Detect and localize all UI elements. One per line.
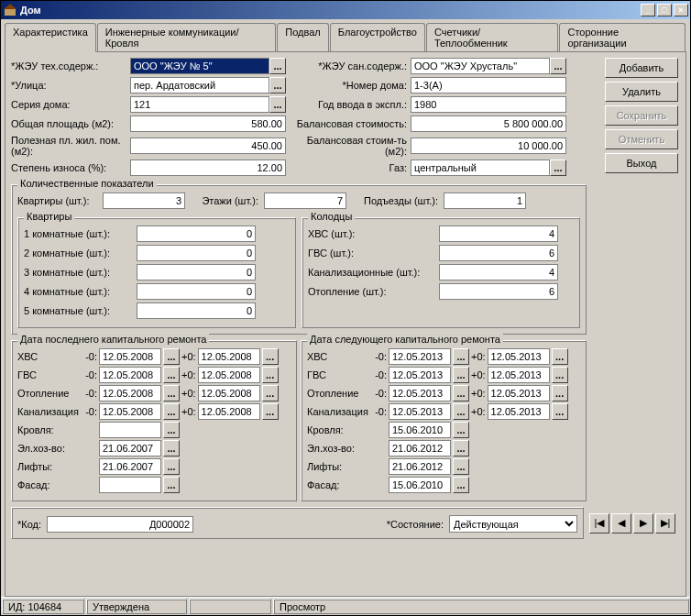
last_repair-lift-pick[interactable]: ...: [163, 458, 180, 475]
last_repair-sew-pick1[interactable]: ...: [163, 403, 180, 420]
last_repair-sew-pick2[interactable]: ...: [262, 403, 279, 420]
house-input[interactable]: [411, 77, 566, 94]
apt1-input[interactable]: [137, 226, 256, 242]
exit-button[interactable]: Выход: [605, 153, 678, 173]
last_repair-gvs-pick2[interactable]: ...: [262, 367, 279, 383]
nav-last-button[interactable]: ▶|: [655, 513, 675, 534]
next_repair-heat-pick1[interactable]: ...: [453, 385, 469, 402]
next_repair-gvs-date2[interactable]: [488, 367, 550, 383]
tab-characteristics[interactable]: Характеристика: [5, 23, 96, 52]
zeu-san-picker[interactable]: ...: [550, 58, 566, 74]
last_repair-roof-pick[interactable]: ...: [163, 422, 180, 438]
next_repair-hvs-date2[interactable]: [488, 348, 550, 365]
next_repair-heat-date1[interactable]: [389, 385, 451, 402]
zeu-tech-input[interactable]: [130, 58, 269, 74]
last_repair-heat-date1[interactable]: [99, 385, 161, 402]
area-input[interactable]: [130, 116, 286, 132]
last_repair-sew-date2[interactable]: [198, 403, 260, 420]
next_repair-sew-pick1[interactable]: ...: [453, 403, 469, 420]
last_repair-sew-date1[interactable]: [99, 403, 161, 420]
well-heat-input[interactable]: [439, 283, 558, 300]
next_repair-lift-pick[interactable]: ...: [453, 458, 469, 475]
last_repair-gvs-pick1[interactable]: ...: [163, 367, 180, 383]
last_repair-hvs-date2[interactable]: [198, 348, 260, 365]
zeu-tech-picker[interactable]: ...: [269, 58, 286, 74]
balance-input[interactable]: [411, 116, 566, 132]
last_repair-gvs-date1[interactable]: [99, 367, 161, 383]
series-picker[interactable]: ...: [269, 96, 286, 113]
state-select[interactable]: Действующая: [449, 515, 577, 533]
last_repair-facade-date[interactable]: [99, 477, 161, 493]
nav-first-button[interactable]: |◀: [589, 513, 609, 534]
next_repair-gvs-date1[interactable]: [389, 367, 451, 383]
last_repair-elec-pick[interactable]: ...: [163, 440, 180, 456]
maximize-button[interactable]: □: [657, 4, 672, 16]
street-picker[interactable]: ...: [269, 77, 286, 94]
last_repair-heat-pick2[interactable]: ...: [262, 385, 279, 402]
gas-input[interactable]: [411, 160, 550, 176]
add-button[interactable]: Добавить: [605, 58, 678, 78]
tab-engineering[interactable]: Инженерные коммуникации/Кровля: [97, 23, 277, 51]
next_repair-elec-date[interactable]: [389, 440, 451, 456]
apt5-input[interactable]: [137, 302, 256, 319]
nav-next-button[interactable]: ▶: [633, 513, 653, 534]
next_repair-elec-pick[interactable]: ...: [453, 440, 469, 456]
next_repair-lift-date[interactable]: [389, 458, 451, 475]
series-input[interactable]: [130, 96, 269, 113]
next_repair-gvs-pick2[interactable]: ...: [552, 367, 568, 383]
usable-input[interactable]: [130, 138, 286, 154]
last_repair-heat-label: Отопление: [17, 388, 77, 399]
next_repair-roof-pick[interactable]: ...: [453, 422, 469, 438]
next_repair-sew-pick2[interactable]: ...: [552, 403, 568, 420]
next_repair-hvs-pick2[interactable]: ...: [552, 348, 568, 365]
tab-meters[interactable]: Счетчики/Теплообменник: [426, 23, 559, 51]
minimize-button[interactable]: _: [641, 4, 655, 16]
close-button[interactable]: ×: [674, 4, 688, 16]
code-input[interactable]: [47, 516, 193, 533]
floors-label: Этажи (шт.):: [188, 195, 261, 206]
last_repair-heat-date2[interactable]: [198, 385, 260, 402]
next_repair-heat-pick2[interactable]: ...: [552, 385, 568, 402]
balance-m2-input[interactable]: [411, 138, 566, 154]
well-sew-input[interactable]: [439, 264, 558, 280]
entr-input[interactable]: [444, 192, 526, 209]
floors-input[interactable]: [264, 192, 346, 209]
next_repair-hvs-date1[interactable]: [389, 348, 451, 365]
last_repair-gvs-date2[interactable]: [198, 367, 260, 383]
gas-picker[interactable]: ...: [550, 160, 566, 176]
last_repair-hvs-date1[interactable]: [99, 348, 161, 365]
well-hvs-input[interactable]: [439, 226, 558, 242]
cancel-button[interactable]: Отменить: [605, 129, 678, 149]
wear-input[interactable]: [130, 160, 286, 176]
next_repair-heat-date2[interactable]: [488, 385, 550, 402]
zeu-san-input[interactable]: [411, 58, 550, 74]
well-gvs-input[interactable]: [439, 245, 558, 261]
last_repair-roof-date[interactable]: [99, 422, 161, 438]
save-button[interactable]: Сохранить: [605, 105, 678, 126]
delete-button[interactable]: Удалить: [605, 82, 678, 102]
apt3-input[interactable]: [137, 264, 256, 280]
last_repair-facade-pick[interactable]: ...: [163, 477, 180, 493]
next_repair-gvs-pick1[interactable]: ...: [453, 367, 469, 383]
quantity-title: Количественные показатели: [17, 178, 157, 189]
tab-thirdparty[interactable]: Сторонние организации: [559, 23, 686, 51]
next_repair-facade-pick[interactable]: ...: [453, 477, 469, 493]
apts-input[interactable]: [103, 192, 185, 209]
next_repair-sew-date1[interactable]: [389, 403, 451, 420]
next_repair-sew-date2[interactable]: [488, 403, 550, 420]
apt4-input[interactable]: [137, 283, 256, 300]
tab-landscaping[interactable]: Благоустройство: [330, 23, 425, 51]
last_repair-heat-pick1[interactable]: ...: [163, 385, 180, 402]
last_repair-lift-date[interactable]: [99, 458, 161, 475]
nav-prev-button[interactable]: ◀: [611, 513, 631, 534]
last_repair-elec-date[interactable]: [99, 440, 161, 456]
last_repair-hvs-pick1[interactable]: ...: [163, 348, 180, 365]
street-input[interactable]: [130, 77, 269, 94]
tab-basement[interactable]: Подвал: [277, 23, 328, 51]
year-input[interactable]: [411, 96, 566, 113]
next_repair-hvs-pick1[interactable]: ...: [453, 348, 469, 365]
next_repair-roof-date[interactable]: [389, 422, 451, 438]
next_repair-facade-date[interactable]: [389, 477, 451, 493]
last_repair-hvs-pick2[interactable]: ...: [262, 348, 279, 365]
apt2-input[interactable]: [137, 245, 256, 261]
